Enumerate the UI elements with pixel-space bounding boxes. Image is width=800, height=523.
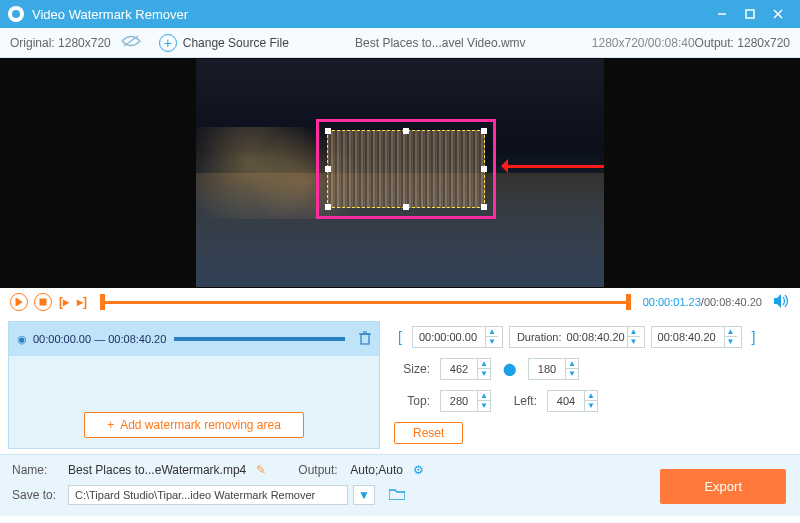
- resize-handle[interactable]: [481, 166, 487, 172]
- width-input[interactable]: ▲▼: [440, 358, 491, 380]
- spin-down[interactable]: ▼: [725, 337, 737, 347]
- svg-marker-6: [16, 298, 22, 306]
- seek-end-marker[interactable]: [626, 294, 631, 310]
- pin-icon: ◉: [17, 333, 27, 346]
- delete-segment-icon[interactable]: [359, 331, 371, 347]
- watermark-selection[interactable]: [327, 130, 485, 208]
- svg-point-0: [12, 10, 20, 18]
- plus-icon: +: [107, 418, 114, 432]
- spin-down[interactable]: ▼: [566, 369, 578, 379]
- annotation-arrow-icon: [504, 165, 604, 168]
- reset-button[interactable]: Reset: [394, 422, 463, 444]
- bracket-left-icon[interactable]: [: [394, 329, 406, 345]
- play-button[interactable]: [10, 293, 28, 311]
- seek-track[interactable]: [100, 296, 631, 308]
- output-settings-icon[interactable]: ⚙: [413, 463, 424, 477]
- playback-bar: [▸ ▸] 00:00:01.23/00:08:40.20: [0, 288, 800, 316]
- resize-handle[interactable]: [325, 166, 331, 172]
- range-start-input[interactable]: ▲▼: [412, 326, 503, 348]
- maximize-button[interactable]: [736, 0, 764, 28]
- stop-button[interactable]: [34, 293, 52, 311]
- resize-handle[interactable]: [325, 204, 331, 210]
- range-end-input[interactable]: ▲▼: [651, 326, 742, 348]
- reset-row: Reset: [394, 422, 786, 444]
- spin-up[interactable]: ▲: [486, 327, 498, 337]
- playback-time: 00:00:01.23/00:08:40.20: [643, 296, 762, 308]
- lower-panel: ◉ 00:00:00.00 — 00:08:40.20 + Add waterm…: [0, 316, 800, 454]
- app-title: Video Watermark Remover: [32, 7, 708, 22]
- spin-up[interactable]: ▲: [628, 327, 640, 337]
- svg-rect-7: [40, 299, 46, 305]
- edit-name-icon[interactable]: ✎: [256, 463, 266, 477]
- spin-up[interactable]: ▲: [566, 359, 578, 369]
- add-watermark-area-button[interactable]: + Add watermark removing area: [84, 412, 304, 438]
- svg-marker-8: [774, 294, 781, 308]
- segment-panel: ◉ 00:00:00.00 — 00:08:40.20 + Add waterm…: [8, 321, 380, 449]
- spin-up[interactable]: ▲: [478, 391, 490, 401]
- video-frame[interactable]: [196, 59, 604, 287]
- controls-panel: [ ▲▼ Duration:▲▼ ▲▼ ] Size: ▲▼ ⬤ ▲▼ Top:…: [380, 316, 800, 454]
- segment-track[interactable]: [174, 337, 345, 341]
- save-path-input[interactable]: C:\Tipard Studio\Tipar...ideo Watermark …: [68, 485, 348, 505]
- spin-down[interactable]: ▼: [478, 369, 490, 379]
- spin-down[interactable]: ▼: [486, 337, 498, 347]
- title-bar: Video Watermark Remover: [0, 0, 800, 28]
- minimize-button[interactable]: [708, 0, 736, 28]
- spin-up[interactable]: ▲: [585, 391, 597, 401]
- top-label: Top:: [394, 394, 430, 408]
- output-name: Best Places to...eWatermark.mp4: [68, 463, 246, 477]
- name-label: Name:: [12, 463, 62, 477]
- segment-end: 00:08:40.20: [108, 333, 166, 345]
- svg-rect-2: [746, 10, 754, 18]
- source-filename: Best Places to...avel Video.wmv: [299, 36, 582, 50]
- spin-up[interactable]: ▲: [725, 327, 737, 337]
- volume-icon[interactable]: [774, 294, 790, 311]
- export-button[interactable]: Export: [660, 469, 786, 504]
- bracket-right-icon[interactable]: ]: [748, 329, 760, 345]
- duration-input[interactable]: Duration:▲▼: [509, 326, 645, 348]
- source-dimensions: 1280x720/00:08:40: [592, 36, 695, 50]
- open-folder-icon[interactable]: [389, 488, 405, 503]
- close-button[interactable]: [764, 0, 792, 28]
- segment-start: 00:00:00.00: [33, 333, 91, 345]
- resize-handle[interactable]: [403, 128, 409, 134]
- spin-down[interactable]: ▼: [585, 401, 597, 411]
- resize-handle[interactable]: [403, 204, 409, 210]
- save-label: Save to:: [12, 488, 62, 502]
- output-label: Output: 1280x720: [695, 36, 790, 50]
- left-label: Left:: [497, 394, 537, 408]
- mark-out-button[interactable]: ▸]: [76, 295, 88, 309]
- height-input[interactable]: ▲▼: [528, 358, 579, 380]
- size-row: Size: ▲▼ ⬤ ▲▼: [394, 358, 786, 380]
- spin-down[interactable]: ▼: [478, 401, 490, 411]
- resize-handle[interactable]: [481, 204, 487, 210]
- resize-handle[interactable]: [481, 128, 487, 134]
- resize-handle[interactable]: [325, 128, 331, 134]
- link-dimensions-icon[interactable]: ⬤: [503, 362, 516, 376]
- mark-in-button[interactable]: [▸: [58, 295, 70, 309]
- position-row: Top: ▲▼ Left: ▲▼: [394, 390, 786, 412]
- original-label: Original: 1280x720: [10, 36, 111, 50]
- video-preview: [0, 58, 800, 288]
- output-format-label: Output:: [298, 463, 344, 477]
- spin-up[interactable]: ▲: [478, 359, 490, 369]
- save-path-dropdown[interactable]: ▼: [353, 485, 375, 505]
- app-logo-icon: [8, 6, 24, 22]
- visibility-toggle-icon[interactable]: [121, 34, 141, 51]
- spin-down[interactable]: ▼: [628, 337, 640, 347]
- output-format: Auto;Auto: [350, 463, 403, 477]
- size-label: Size:: [394, 362, 430, 376]
- top-input[interactable]: ▲▼: [440, 390, 491, 412]
- change-source-label: Change Source File: [183, 36, 289, 50]
- svg-rect-9: [361, 334, 369, 344]
- segment-row[interactable]: ◉ 00:00:00.00 — 00:08:40.20: [9, 322, 379, 356]
- toolbar: Original: 1280x720 + Change Source File …: [0, 28, 800, 58]
- plus-icon: +: [159, 34, 177, 52]
- time-range-row: [ ▲▼ Duration:▲▼ ▲▼ ]: [394, 326, 786, 348]
- left-input[interactable]: ▲▼: [547, 390, 598, 412]
- selection-highlight: [316, 119, 496, 219]
- bottom-bar: Name: Best Places to...eWatermark.mp4 ✎ …: [0, 454, 800, 516]
- seek-start-marker[interactable]: [100, 294, 105, 310]
- change-source-button[interactable]: + Change Source File: [159, 34, 289, 52]
